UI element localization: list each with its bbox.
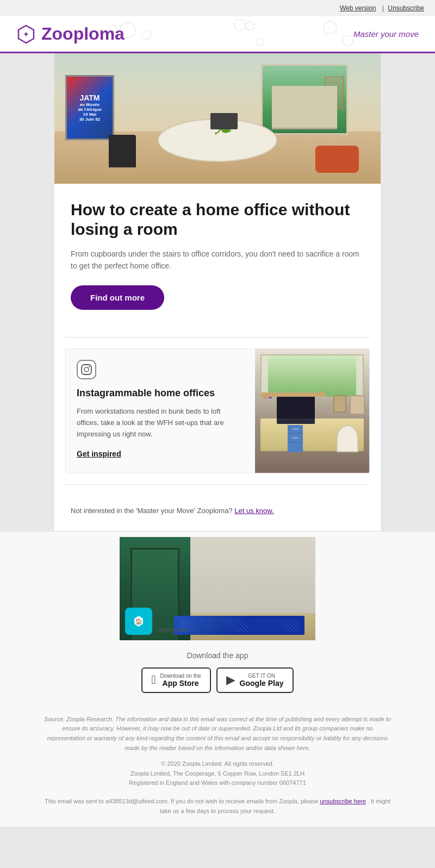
google-play-button[interactable]: ▶ GET IT ON Google Play (216, 667, 294, 693)
chair-left (109, 135, 136, 167)
insta-card-description: From workstations nestled in bunk beds t… (77, 406, 244, 440)
divider-2 (65, 484, 370, 485)
footer-email-note: This email was sent to a438513d@uifeed.c… (44, 797, 391, 816)
home-office-image (255, 349, 369, 473)
room-poster: JATM an Musée de l'Afrique 15 Mai 30 Jui… (65, 75, 114, 140)
unsubscribe-link[interactable]: Unsubscribe (388, 4, 424, 12)
google-play-small-label: GET IT ON (240, 673, 284, 679)
instagram-card: Instagrammable home offices From worksta… (65, 348, 370, 473)
article-section: How to create a home office without losi… (54, 184, 381, 326)
header-tagline: Master your move (353, 29, 419, 39)
app-store-large-label: App Store (160, 679, 201, 688)
wall-art-2 (333, 395, 346, 413)
google-play-text: GET IT ON Google Play (240, 673, 284, 688)
deco-circle-3 (234, 19, 246, 31)
deco-circle-2 (141, 30, 151, 40)
deco-circle-5 (324, 21, 337, 34)
google-play-large-label: Google Play (240, 679, 284, 688)
app-image-wrapper: 🏠 dappre•room (0, 532, 435, 640)
separator: | (382, 4, 384, 12)
curtain-right (356, 355, 363, 397)
curtain-left (262, 355, 268, 397)
room-simulation: JATM an Musée de l'Afrique 15 Mai 30 Jui… (54, 53, 381, 184)
shelf-1 (260, 392, 326, 397)
office-monitor (277, 397, 315, 424)
app-wall (190, 537, 315, 613)
header-logo-area: ✦ Zooploma (16, 24, 125, 44)
insta-card-title: Instagrammable home offices (77, 387, 244, 399)
app-promo-image: 🏠 dappre•room (120, 537, 315, 640)
deco-hex-2: ⬡ (245, 19, 255, 33)
svg-text:✦: ✦ (23, 30, 29, 39)
app-store-small-label: Download on the (160, 673, 201, 679)
wall-art-1 (350, 395, 365, 415)
header: ⬡ ⬡ ✦ Zooploma Master your move (0, 16, 435, 53)
article-description: From cupboards under the stairs to offic… (71, 248, 364, 272)
unsub-text: Not interested in the 'Master your Move'… (71, 507, 233, 515)
google-play-icon: ▶ (226, 673, 235, 687)
logo-hex-icon: ✦ (16, 24, 36, 44)
find-out-more-button[interactable]: Find out more (71, 285, 164, 310)
footer-unsubscribe-link[interactable]: unsubscribe here (320, 798, 365, 804)
svg-text:🏠: 🏠 (135, 618, 142, 625)
web-version-label[interactable]: Web version (340, 4, 376, 12)
divider-1 (65, 337, 370, 338)
svg-rect-2 (82, 365, 91, 374)
get-inspired-link[interactable]: Get inspired (77, 449, 121, 458)
book-2 (269, 397, 272, 398)
logo-text: Zooploma (41, 24, 125, 44)
main-content: JATM an Musée de l'Afrique 15 Mai 30 Jui… (54, 53, 381, 531)
rug (174, 616, 304, 635)
footer-registered: Registered in England and Wales with com… (44, 778, 391, 788)
footer-address: Zoopla Limited, The Cooperage, 5 Copper … (44, 769, 391, 779)
office-chair (337, 425, 358, 452)
filing-cabinet (288, 425, 303, 452)
top-bar: Web version | Unsubscribe (0, 0, 435, 16)
kitchen-counter (272, 86, 337, 129)
footer-disclaimer: Source: Zoopla Research. The information… (44, 715, 391, 753)
instagram-card-text: Instagrammable home offices From worksta… (66, 349, 255, 473)
book-1 (263, 397, 268, 398)
app-buttons-container:  Download on the App Store ▶ GET IT ON … (11, 667, 424, 693)
email-note-prefix: This email was sent to a438513d@uifeed.c… (45, 798, 318, 804)
deco-circle-4 (256, 38, 264, 46)
apple-icon:  (151, 673, 156, 687)
footer: Source: Zoopla Research. The information… (0, 704, 435, 827)
insta-card-image (255, 349, 369, 473)
svg-point-4 (89, 366, 90, 367)
laptop (210, 113, 238, 129)
app-logo-badge: 🏠 (125, 608, 152, 635)
office-window (260, 354, 364, 398)
hero-image: JATM an Musée de l'Afrique 15 Mai 30 Jui… (54, 53, 381, 184)
sofa-right (315, 146, 359, 173)
article-title: How to create a home office without losi… (71, 200, 364, 239)
download-label: Download the app (11, 651, 424, 660)
app-store-text: Download on the App Store (160, 673, 201, 688)
unsubscribe-section: Not interested in the 'Master your Move'… (54, 496, 381, 531)
svg-point-3 (84, 367, 89, 372)
deco-circle-6 (343, 35, 353, 46)
instagram-icon (77, 360, 96, 379)
let-us-know-link[interactable]: Let us know. (234, 507, 274, 515)
app-store-badge-label: dappre•room (157, 627, 188, 633)
app-section: 🏠 dappre•room Download the app  Downloa… (0, 531, 435, 704)
app-store-button[interactable]:  Download on the App Store (141, 667, 210, 693)
app-download-section: Download the app  Download on the App S… (0, 640, 435, 704)
footer-copyright: © 2020 Zoopla Limited. All rights reserv… (44, 759, 391, 769)
